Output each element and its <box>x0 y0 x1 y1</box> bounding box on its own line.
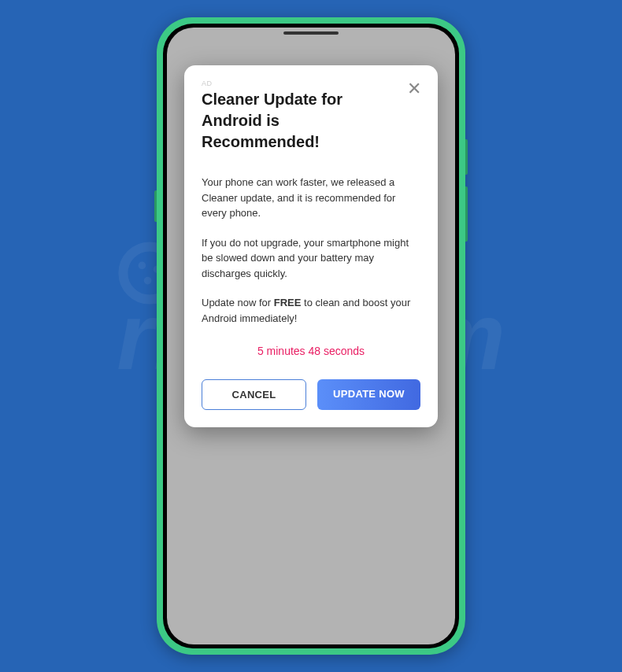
modal-title: Cleaner Update for Android is Recommende… <box>202 89 420 153</box>
text-bold: FREE <box>274 297 302 308</box>
close-button[interactable]: ✕ <box>405 79 424 98</box>
text-span: Update now for <box>202 297 274 308</box>
phone-bezel: AD ✕ Cleaner Update for Android is Recom… <box>163 24 459 648</box>
modal-paragraph-2: If you do not upgrade, your smartphone m… <box>202 235 420 282</box>
phone-screen: AD ✕ Cleaner Update for Android is Recom… <box>167 28 455 644</box>
modal-body: Your phone can work faster, we released … <box>202 175 420 326</box>
phone-frame: AD ✕ Cleaner Update for Android is Recom… <box>157 17 465 655</box>
modal-paragraph-3: Update now for FREE to clean and boost y… <box>202 295 420 326</box>
phone-speaker <box>283 31 339 35</box>
update-modal: AD ✕ Cleaner Update for Android is Recom… <box>184 65 438 427</box>
ad-label: AD <box>202 79 420 87</box>
countdown-timer: 5 minutes 48 seconds <box>202 345 420 357</box>
cancel-button[interactable]: CANCEL <box>202 379 306 410</box>
button-row: CANCEL UPDATE NOW <box>202 379 420 410</box>
phone-side-button <box>465 139 468 175</box>
close-icon: ✕ <box>407 80 421 98</box>
update-now-button[interactable]: UPDATE NOW <box>317 379 420 410</box>
phone-side-button <box>465 186 468 242</box>
modal-paragraph-1: Your phone can work faster, we released … <box>202 175 420 221</box>
phone-side-button <box>154 190 157 222</box>
svg-point-4 <box>144 277 152 285</box>
svg-point-2 <box>139 261 146 269</box>
